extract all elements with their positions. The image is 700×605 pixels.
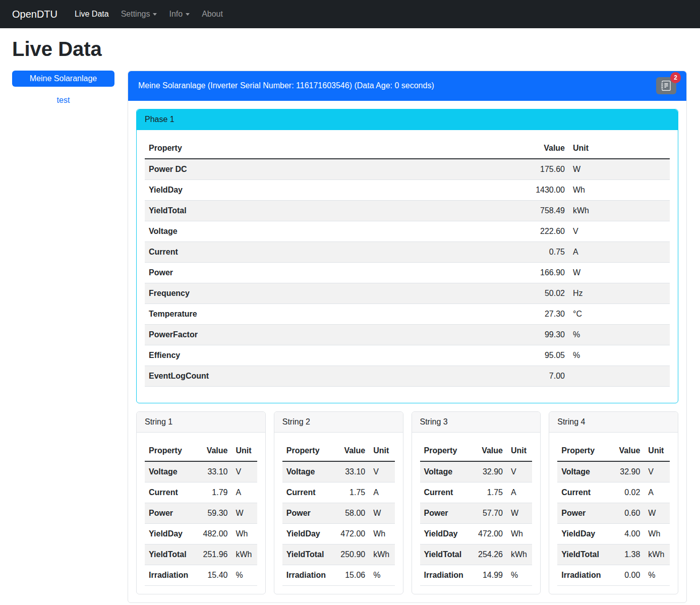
property-cell: YieldDay xyxy=(282,524,330,544)
eventlog-button[interactable]: 2 xyxy=(656,77,676,94)
table-row: Current0.02A xyxy=(557,482,670,503)
table-row: Current0.75A xyxy=(145,242,670,263)
unit-cell: Wh xyxy=(231,524,257,544)
unit-cell: W xyxy=(569,159,670,180)
table-row: Power166.90W xyxy=(145,263,670,283)
table-row: YieldDay1430.00Wh xyxy=(145,180,670,201)
unit-cell: kWh xyxy=(569,201,670,221)
value-cell: 33.10 xyxy=(192,461,231,482)
property-cell: Effiency xyxy=(145,345,508,366)
string-card: String 4 PropertyValueUnitVoltage32.90VC… xyxy=(549,411,678,594)
table-row: Frequency50.02Hz xyxy=(145,283,670,304)
unit-cell: kWh xyxy=(231,544,257,565)
phase-card-header: Phase 1 xyxy=(137,109,678,130)
journal-text-icon xyxy=(661,81,671,91)
table-header-row: PropertyValueUnit xyxy=(282,441,395,461)
string-card-title: String 1 xyxy=(137,412,265,433)
unit-cell: Wh xyxy=(369,524,394,544)
nav-item-settings[interactable]: Settings xyxy=(117,4,161,24)
column-header: Value xyxy=(605,441,644,461)
table-row: Current1.75A xyxy=(282,482,395,503)
string-card: String 2 PropertyValueUnitVoltage33.10VC… xyxy=(274,411,403,594)
brand-logo[interactable]: OpenDTU xyxy=(12,7,57,22)
navbar: OpenDTU Live Data Settings Info About xyxy=(0,0,700,28)
table-row: YieldTotal1.38kWh xyxy=(557,544,670,565)
table-row: Power59.30W xyxy=(145,503,257,524)
column-header: Value xyxy=(468,441,507,461)
table-row: Current1.75A xyxy=(420,482,533,503)
unit-cell: Wh xyxy=(569,180,670,201)
property-cell: Current xyxy=(282,482,330,503)
property-cell: Irradiation xyxy=(145,565,192,586)
table-header-row: PropertyValueUnit xyxy=(420,441,533,461)
nav-item-info[interactable]: Info xyxy=(165,4,194,24)
inverter-sidebar: Meine Solaranlage test xyxy=(12,71,114,110)
table-row: EventLogCount7.00 xyxy=(145,366,670,387)
value-cell: 1.38 xyxy=(605,544,644,565)
string-card-title: String 2 xyxy=(274,412,403,433)
property-cell: YieldTotal xyxy=(282,544,330,565)
unit-cell: V xyxy=(569,221,670,242)
unit-cell: V xyxy=(507,461,532,482)
table-row: Voltage222.60V xyxy=(145,221,670,242)
unit-cell: % xyxy=(569,345,670,366)
unit-cell: W xyxy=(644,503,670,524)
value-cell: 15.40 xyxy=(192,565,231,586)
table-row: Voltage33.10V xyxy=(282,461,395,482)
unit-cell: V xyxy=(369,461,394,482)
inverter-header-text: Meine Solaranlage (Inverter Serial Numbe… xyxy=(138,80,434,92)
property-cell: Power xyxy=(557,503,605,524)
property-cell: Temperature xyxy=(145,304,508,325)
property-cell: Current xyxy=(145,242,508,263)
value-cell: 50.02 xyxy=(508,283,569,304)
nav-item-label: About xyxy=(202,10,223,18)
unit-cell: W xyxy=(231,503,257,524)
value-cell: 482.00 xyxy=(192,524,231,544)
column-header: Property xyxy=(282,441,330,461)
nav-item-live-data[interactable]: Live Data xyxy=(71,4,113,24)
value-cell: 7.00 xyxy=(508,366,569,387)
property-cell: Voltage xyxy=(420,461,468,482)
unit-cell: % xyxy=(507,565,532,586)
string-table: PropertyValueUnitVoltage33.10VCurrent1.7… xyxy=(282,441,395,586)
unit-cell: % xyxy=(644,565,670,586)
property-cell: Irradiation xyxy=(420,565,468,586)
property-cell: Voltage xyxy=(557,461,605,482)
table-row: Irradiation14.99% xyxy=(420,565,533,586)
column-header: Property xyxy=(145,441,192,461)
string-card: String 1 PropertyValueUnitVoltage33.10VC… xyxy=(136,411,266,594)
unit-cell: kWh xyxy=(369,544,394,565)
nav-item-about[interactable]: About xyxy=(198,4,227,24)
eventlog-count-badge: 2 xyxy=(670,72,681,83)
property-cell: YieldDay xyxy=(145,524,192,544)
table-row: Power0.60W xyxy=(557,503,670,524)
unit-cell: kWh xyxy=(644,544,670,565)
string-card-title: String 4 xyxy=(549,412,678,433)
sidebar-item-test[interactable]: test xyxy=(12,90,114,110)
nav-item-label: Settings xyxy=(121,10,150,18)
chevron-down-icon xyxy=(153,13,157,16)
property-cell: Current xyxy=(145,482,192,503)
property-cell: YieldDay xyxy=(420,524,468,544)
value-cell: 4.00 xyxy=(605,524,644,544)
table-row: Power58.00W xyxy=(282,503,395,524)
phase-table: PropertyValueUnitPower DC175.60WYieldDay… xyxy=(145,138,670,387)
nav-item-label: Live Data xyxy=(75,10,109,18)
nav-item-label: Info xyxy=(169,10,183,18)
string-card: String 3 PropertyValueUnitVoltage32.90VC… xyxy=(412,411,541,594)
column-header: Unit xyxy=(507,441,532,461)
value-cell: 222.60 xyxy=(508,221,569,242)
value-cell: 0.75 xyxy=(508,242,569,263)
sidebar-item-meine-solaranlage[interactable]: Meine Solaranlage xyxy=(12,71,114,87)
property-cell: Frequency xyxy=(145,283,508,304)
string-card-title: String 3 xyxy=(412,412,541,433)
property-cell: Irradiation xyxy=(557,565,605,586)
table-header-row: PropertyValueUnit xyxy=(145,441,257,461)
unit-cell: % xyxy=(569,325,670,345)
table-row: Current1.79A xyxy=(145,482,257,503)
table-row: Voltage32.90V xyxy=(557,461,670,482)
table-row: Irradiation15.06% xyxy=(282,565,395,586)
string-table: PropertyValueUnitVoltage32.90VCurrent1.7… xyxy=(420,441,533,586)
column-header: Property xyxy=(420,441,468,461)
value-cell: 472.00 xyxy=(330,524,369,544)
